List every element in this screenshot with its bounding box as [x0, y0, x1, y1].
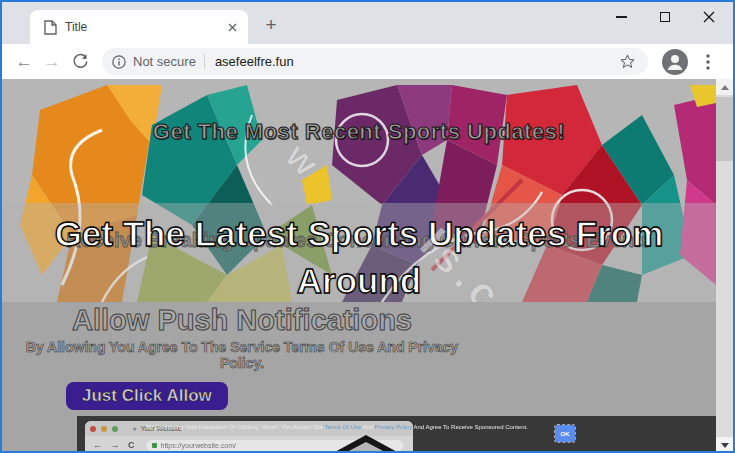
- scrollbar-thumb[interactable]: [716, 97, 733, 161]
- ok-button[interactable]: OK: [555, 425, 575, 442]
- info-icon[interactable]: [112, 55, 126, 69]
- address-bar[interactable]: Not secure asefeelfre.fun: [102, 48, 648, 75]
- privacy-policy-link[interactable]: Privacy Policy: [375, 424, 412, 430]
- allow-subtext: By Allowing You Agree To The Service Ter…: [2, 339, 482, 371]
- new-tab-button[interactable]: +: [258, 12, 284, 38]
- arrow-down-icon: [721, 443, 729, 448]
- scroll-down-button[interactable]: [716, 437, 733, 453]
- reload-icon: [72, 53, 89, 70]
- consent-bar: ★ Your Website ← → C https://yourwebsite…: [77, 416, 716, 453]
- not-secure-label: Not secure: [133, 54, 196, 69]
- minimize-button[interactable]: [599, 2, 643, 32]
- allow-heading: Allow Push Notifications: [2, 304, 482, 337]
- minimize-icon: [616, 16, 627, 18]
- tab-title: Title: [65, 20, 224, 34]
- profile-button[interactable]: [662, 49, 688, 75]
- omnibox-divider: [204, 54, 205, 69]
- reload-button[interactable]: [66, 53, 94, 70]
- close-icon: [228, 23, 237, 32]
- consent-text-part: And: [361, 424, 375, 430]
- traffic-light-red-icon: [90, 426, 96, 432]
- browser-toolbar: ← → Not secure asefeelfre.fun: [2, 44, 733, 79]
- window-controls: [599, 2, 731, 32]
- arrow-up-icon: [721, 85, 729, 90]
- mockup-nav-icons: ← → C: [93, 440, 138, 450]
- tab-close-button[interactable]: [224, 19, 240, 35]
- consent-text-part: And Agree To Receive Sponsored Content.: [412, 424, 528, 430]
- back-button[interactable]: ←: [10, 52, 38, 72]
- scroll-up-button[interactable]: [716, 79, 733, 95]
- headline-top: Get The Most Recent Sports Updates!: [2, 119, 716, 145]
- terms-of-use-link[interactable]: Terms Of Use: [324, 424, 361, 430]
- traffic-light-yellow-icon: [101, 426, 107, 432]
- consent-text: By Continuing Your Navigation Or Clickin…: [127, 424, 547, 430]
- lock-icon: [152, 443, 157, 448]
- bookmark-star-icon: [619, 53, 636, 70]
- page-content: Get The Most Recent Sports Updates! Rece…: [2, 79, 733, 453]
- consent-text-part: By Continuing Your Navigation Or Clickin…: [146, 424, 324, 430]
- mockup-url-text: https://yourwebsite.com/: [161, 442, 236, 449]
- browser-window: Title + ← →: [0, 0, 735, 453]
- maximize-button[interactable]: [643, 2, 687, 32]
- headline-main-line1: Get The Latest Sports Updates From Aroun…: [2, 210, 716, 304]
- traffic-light-green-icon: [112, 426, 118, 432]
- menu-button[interactable]: [696, 50, 720, 74]
- close-window-button[interactable]: [687, 2, 731, 32]
- maximize-icon: [660, 12, 670, 22]
- tab-strip: Title +: [2, 2, 733, 44]
- just-click-allow-button[interactable]: Just Click Allow: [66, 382, 228, 410]
- avatar-icon: [662, 49, 688, 75]
- vertical-scrollbar[interactable]: [716, 79, 733, 453]
- browser-tab[interactable]: Title: [30, 10, 248, 44]
- three-dots-icon: [706, 54, 710, 70]
- url-text: asefeelfre.fun: [215, 54, 616, 69]
- bookmark-button[interactable]: [616, 53, 638, 70]
- forward-button[interactable]: →: [38, 52, 66, 72]
- close-icon: [703, 11, 715, 23]
- pointer-triangle-inner: [345, 442, 387, 453]
- page-favicon-icon: [44, 20, 57, 35]
